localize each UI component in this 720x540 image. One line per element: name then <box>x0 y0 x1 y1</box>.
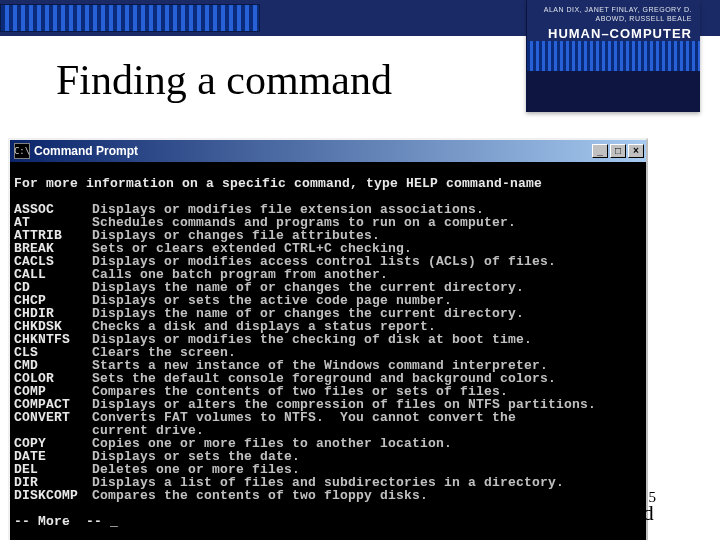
slide-heading: Finding a command <box>56 56 392 104</box>
command-name: CONVERT <box>14 411 92 424</box>
close-button[interactable]: × <box>628 144 644 158</box>
title-bar[interactable]: C:\ Command Prompt _ □ × <box>10 140 646 162</box>
slide-caption: In unix we’d use “man –k” to find comman… <box>0 500 720 526</box>
book-cover-band <box>527 41 700 71</box>
book-title-line1: HUMAN–COMPUTER <box>535 26 692 42</box>
book-cover: ALAN DIX, JANET FINLAY, GREGORY D. ABOWD… <box>526 0 700 112</box>
book-authors: ALAN DIX, JANET FINLAY, GREGORY D. ABOWD… <box>535 6 692 24</box>
title-bar-buttons: _ □ × <box>592 144 644 158</box>
decorative-strip <box>0 4 260 32</box>
window-title: Command Prompt <box>34 144 592 158</box>
maximize-button[interactable]: □ <box>610 144 626 158</box>
terminal-intro: For more information on a specific comma… <box>14 177 642 190</box>
command-prompt-window: C:\ Command Prompt _ □ × For more inform… <box>8 138 648 540</box>
terminal-output[interactable]: For more information on a specific comma… <box>10 162 646 540</box>
minimize-button[interactable]: _ <box>592 144 608 158</box>
app-icon: C:\ <box>14 143 30 159</box>
